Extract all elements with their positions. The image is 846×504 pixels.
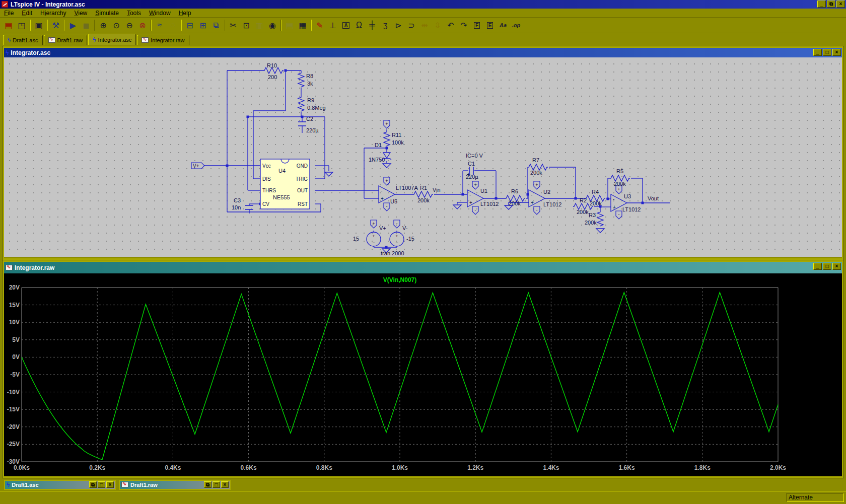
net-name-label[interactable]: V-: [402, 225, 408, 231]
cut-icon[interactable]: ✂: [227, 19, 239, 31]
component-name[interactable]: R4: [592, 189, 599, 195]
component-value[interactable]: 1N750: [369, 157, 385, 163]
component-name[interactable]: R8: [306, 73, 313, 79]
component-value[interactable]: 15: [353, 236, 359, 242]
maximize-button[interactable]: □: [213, 481, 220, 488]
autorange-icon[interactable]: ≈: [154, 19, 166, 31]
restore-button[interactable]: ⧉: [827, 1, 835, 8]
diode-icon[interactable]: ⊳: [392, 19, 404, 31]
restore-button[interactable]: ⧉: [89, 481, 97, 488]
component-value[interactable]: 200k: [417, 197, 430, 203]
text-icon[interactable]: Aa: [497, 19, 509, 31]
component-value[interactable]: 100k: [392, 139, 404, 146]
zoom-in-icon[interactable]: ⊕: [97, 19, 109, 31]
component-value[interactable]: -15: [406, 236, 414, 242]
component-name[interactable]: C3: [234, 197, 241, 203]
component-value[interactable]: 200k: [585, 220, 597, 226]
component-value[interactable]: NE555: [273, 194, 290, 200]
menu-item-hierarchy[interactable]: Hierarchy: [36, 9, 70, 18]
waveform-window-title-bar[interactable]: Integrator.raw _ □ ×: [4, 262, 842, 273]
schematic-window-title-bar[interactable]: ϟ Integrator.asc _ □ ×: [4, 48, 842, 57]
maximize-button[interactable]: □: [98, 481, 105, 488]
component-name[interactable]: R1: [420, 185, 427, 191]
component-name[interactable]: C2: [306, 116, 313, 122]
waveform-maximize-button[interactable]: □: [823, 263, 831, 270]
close-button[interactable]: ×: [221, 481, 229, 488]
find-icon[interactable]: ◉: [266, 19, 278, 31]
minimized-window-draft1-asc[interactable]: ϟDraft1.asc⧉□×: [4, 480, 116, 490]
component-value[interactable]: 220µ: [306, 127, 319, 133]
component-value[interactable]: 200k: [614, 181, 626, 187]
component-value[interactable]: LT1012: [480, 201, 499, 207]
component-name[interactable]: U2: [543, 189, 550, 195]
halt-icon[interactable]: ◼: [80, 19, 92, 31]
pan-icon[interactable]: ◌: [167, 19, 179, 31]
component-name[interactable]: R10: [267, 62, 277, 68]
component-icon[interactable]: ⊃: [405, 19, 417, 31]
component-name[interactable]: D1: [375, 142, 382, 148]
spice-directive-icon[interactable]: .op: [510, 19, 522, 31]
component-name[interactable]: R11: [392, 132, 401, 138]
tile-horizontal-icon[interactable]: ⊟: [184, 19, 196, 31]
resistor-body[interactable]: [298, 73, 304, 88]
schematic-annotation[interactable]: .tran 2000: [379, 250, 404, 256]
ground-symbol[interactable]: [325, 172, 333, 176]
ground-icon[interactable]: ⊥: [327, 19, 339, 31]
schematic-annotation[interactable]: Vin: [433, 187, 441, 193]
component-name[interactable]: U5: [390, 198, 397, 204]
tab-draft1-raw[interactable]: Draft1.raw: [44, 35, 88, 45]
component-name[interactable]: R3: [589, 212, 596, 218]
schematic-canvas[interactable]: ++-+-+-+-+-V+VinVoutIC=0 V+.tran 2000R10…: [4, 57, 842, 257]
component-value[interactable]: LT1007A: [396, 185, 418, 191]
paste-icon[interactable]: ▥: [253, 19, 265, 31]
menu-item-edit[interactable]: Edit: [18, 9, 36, 18]
ground-symbol[interactable]: [453, 205, 461, 209]
component-name[interactable]: R5: [616, 168, 623, 174]
close-button[interactable]: ×: [106, 481, 114, 488]
component-name[interactable]: U4: [278, 168, 286, 174]
restore-button[interactable]: ⧉: [204, 481, 212, 488]
menu-item-window[interactable]: Window: [145, 9, 175, 18]
component-name[interactable]: C1: [468, 161, 475, 167]
component-value[interactable]: 200k: [509, 200, 521, 206]
mirror-icon[interactable]: F: [471, 19, 483, 31]
close-button[interactable]: ×: [836, 1, 845, 8]
minimized-window-draft1-raw[interactable]: Draft1.raw⧉□×: [119, 480, 231, 490]
redo-icon[interactable]: ↷: [458, 19, 470, 31]
menu-item-tools[interactable]: Tools: [123, 9, 145, 18]
component-value[interactable]: LT1012: [543, 201, 562, 207]
menu-item-help[interactable]: Help: [175, 9, 195, 18]
zoom-back-icon[interactable]: ⊙: [110, 19, 122, 31]
component-name[interactable]: R6: [511, 188, 518, 194]
resistor-body[interactable]: [597, 211, 603, 227]
component-value[interactable]: 200k: [590, 200, 602, 206]
component-value[interactable]: 0.8Meg: [307, 105, 326, 111]
control-panel-icon[interactable]: ⚒: [50, 19, 62, 31]
schematic-minimize-button[interactable]: _: [813, 49, 822, 56]
menu-item-view[interactable]: View: [70, 9, 91, 18]
ground-symbol[interactable]: [383, 164, 391, 168]
capacitor-icon[interactable]: ╪: [366, 19, 378, 31]
component-name[interactable]: U1: [480, 188, 487, 194]
component-name[interactable]: R7: [532, 157, 539, 163]
schematic-close-button[interactable]: ×: [832, 49, 841, 56]
resistor-icon[interactable]: Ω: [353, 19, 365, 31]
tile-vertical-icon[interactable]: ⊞: [197, 19, 209, 31]
resistor-body[interactable]: [413, 191, 433, 197]
tab-integrator-raw[interactable]: Integrator.raw: [137, 35, 189, 45]
new-schematic-icon[interactable]: ▤: [3, 19, 15, 31]
waveform-minimize-button[interactable]: _: [813, 263, 822, 270]
component-name[interactable]: U3: [624, 193, 631, 199]
copy-icon[interactable]: ⊡: [240, 19, 252, 31]
inductor-icon[interactable]: ʒ: [379, 19, 391, 31]
component-value[interactable]: 10n: [232, 204, 241, 210]
net-label-icon[interactable]: A: [340, 19, 352, 31]
print-preview-icon[interactable]: ▤: [284, 19, 296, 31]
waveform-close-button[interactable]: ×: [832, 263, 841, 270]
ground-symbol[interactable]: [596, 229, 604, 233]
component-value[interactable]: 200k: [577, 209, 589, 215]
resistor-body[interactable]: [298, 97, 304, 112]
tab-integrator-asc[interactable]: ϟIntegrator.asc: [88, 34, 136, 45]
schematic-maximize-button[interactable]: □: [823, 49, 831, 56]
component-value[interactable]: 200: [268, 74, 277, 80]
